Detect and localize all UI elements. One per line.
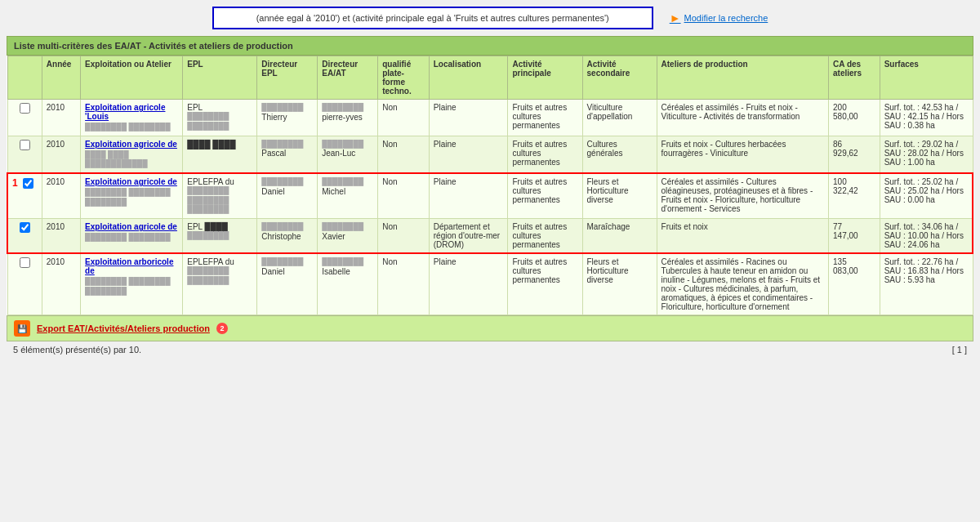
- row-exploit[interactable]: Exploitation arboricole de████████ █████…: [81, 253, 183, 315]
- col-header-qualif: qualifié plate-forme techno.: [378, 56, 430, 100]
- row-act-sec: Cultures générales: [582, 136, 657, 173]
- row-year: 2010: [42, 173, 80, 219]
- search-bar: (année egal à '2010') et (activité princ…: [7, 7, 973, 29]
- row-surfaces: Surf. tot. : 34.06 ha / SAU : 10.00 ha /…: [880, 219, 973, 254]
- row-checkbox[interactable]: [20, 257, 30, 268]
- export-icon: 💾: [14, 320, 30, 337]
- selection-label: 1: [12, 177, 18, 189]
- exploit-link[interactable]: Exploitation agricole 'Louis: [85, 103, 178, 121]
- row-surfaces: Surf. tot. : 25.02 ha / SAU : 25.02 ha /…: [880, 173, 973, 219]
- row-surfaces: Surf. tot. : 42.53 ha / SAU : 42.15 ha /…: [880, 100, 973, 136]
- row-local: Plaine: [429, 253, 508, 315]
- export-badge: 2: [216, 323, 228, 334]
- col-header-surfaces: Surfaces: [880, 56, 973, 100]
- row-act-sec: Fleurs et Horticulture diverse: [582, 253, 657, 315]
- row-ca: 200580,00: [829, 100, 880, 136]
- row-year: 2010: [42, 136, 80, 173]
- table-row: 2010Exploitation agricole de████████ ███…: [7, 219, 973, 254]
- main-table: Année Exploitation ou Atelier EPL Direct…: [7, 56, 973, 315]
- row-qualif: Non: [378, 173, 430, 219]
- row-ca: 77147,00: [829, 219, 880, 254]
- row-epl: ████ ████: [183, 136, 257, 173]
- exploit-sub: ████████ ████████: [85, 233, 178, 243]
- row-dir-epl: ████████Daniel: [257, 253, 318, 315]
- row-year: 2010: [42, 219, 80, 254]
- row-dir-epl: ████████Daniel: [257, 173, 318, 219]
- row-act-princ: Fruits et autres cultures permanentes: [508, 100, 582, 136]
- table-row: 2010Exploitation agricole de████ ████ ██…: [7, 136, 973, 173]
- row-act-princ: Fruits et autres cultures permanentes: [508, 173, 582, 219]
- exploit-link[interactable]: Exploitation agricole de: [85, 140, 178, 149]
- row-exploit[interactable]: Exploitation agricole de████████ ███████…: [81, 219, 183, 254]
- row-exploit[interactable]: Exploitation agricole de████████ ███████…: [81, 173, 183, 219]
- row-checkbox-cell: [7, 253, 42, 315]
- row-checkbox-cell: 1: [7, 173, 42, 219]
- footer-bar: 💾 Export EAT/Activités/Ateliers producti…: [7, 315, 973, 341]
- col-header-dir-epl: Directeur EPL: [257, 56, 318, 100]
- row-act-princ: Fruits et autres cultures permanentes: [508, 253, 582, 315]
- row-epl: EPL ████████████: [183, 219, 257, 254]
- modify-search-link[interactable]: ► Modifier la recherche: [670, 11, 768, 25]
- row-surfaces: Surf. tot. : 29.02 ha / SAU : 28.02 ha /…: [880, 136, 973, 173]
- search-query: (année egal à '2010') et (activité princ…: [212, 7, 653, 29]
- row-checkbox[interactable]: [20, 103, 30, 114]
- exploit-link[interactable]: Exploitation agricole de: [85, 222, 178, 231]
- row-dir-eat: ████████pierre-yves: [318, 100, 378, 136]
- status-bar: 5 élément(s) présenté(s) par 10. [ 1 ]: [7, 341, 973, 358]
- row-checkbox[interactable]: [23, 178, 33, 189]
- col-header-ca: CA des ateliers: [829, 56, 880, 100]
- row-exploit[interactable]: Exploitation agricole 'Louis████████ ███…: [81, 100, 183, 136]
- row-ca: 86929,62: [829, 136, 880, 173]
- row-dir-epl: ████████Christophe: [257, 219, 318, 254]
- row-exploit[interactable]: Exploitation agricole de████ ████ ██████…: [81, 136, 183, 173]
- row-local: Plaine: [429, 173, 508, 219]
- row-dir-epl: ████████Thierry: [257, 100, 318, 136]
- exploit-link[interactable]: Exploitation arboricole de: [85, 257, 178, 275]
- row-ca: 100322,42: [829, 173, 880, 219]
- row-act-princ: Fruits et autres cultures permanentes: [508, 136, 582, 173]
- col-header-act-princ: Activité principale: [508, 56, 582, 100]
- row-dir-eat: ████████Xavier: [318, 219, 378, 254]
- col-header-ateliers: Ateliers de production: [657, 56, 829, 100]
- exploit-link[interactable]: Exploitation agricole de: [85, 177, 178, 186]
- row-qualif: Non: [378, 253, 430, 315]
- row-surfaces: Surf. tot. : 22.76 ha / SAU : 16.83 ha /…: [880, 253, 973, 315]
- row-local: Plaine: [429, 136, 508, 173]
- col-header-act-sec: Activité secondaire: [582, 56, 657, 100]
- row-ateliers: Fruits et noix: [657, 219, 829, 254]
- row-checkbox[interactable]: [20, 140, 30, 150]
- row-act-sec: Viticulture d'appellation: [582, 100, 657, 136]
- row-dir-eat: ████████Isabelle: [318, 253, 378, 315]
- row-checkbox-cell: [7, 136, 42, 173]
- table-row: 2010Exploitation arboricole de████████ █…: [7, 253, 973, 315]
- row-ca: 135083,00: [829, 253, 880, 315]
- page-wrapper: (année egal à '2010') et (activité princ…: [0, 0, 980, 522]
- arrow-icon: ►: [670, 11, 681, 25]
- row-act-sec: Fleurs et Horticulture diverse: [582, 173, 657, 219]
- export-link[interactable]: Export EAT/Activités/Ateliers production: [37, 323, 210, 333]
- col-header-exploit: Exploitation ou Atelier: [81, 56, 183, 100]
- row-ateliers: Céréales et assimilés - Cultures oléagin…: [657, 173, 829, 219]
- row-qualif: Non: [378, 136, 430, 173]
- row-ateliers: Céréales et assimilés - Fruits et noix -…: [657, 100, 829, 136]
- row-dir-eat: ████████Jean-Luc: [318, 136, 378, 173]
- col-header-checkbox: [7, 56, 42, 100]
- row-ateliers: Fruits et noix - Cultures herbacées four…: [657, 136, 829, 173]
- section-title: Liste multi-critères des EA/AT - Activit…: [7, 36, 973, 56]
- elements-count: 5 élément(s) présenté(s) par 10.: [13, 345, 141, 355]
- row-act-sec: Maraîchage: [582, 219, 657, 254]
- col-header-year: Année: [42, 56, 80, 100]
- row-year: 2010: [42, 253, 80, 315]
- page-indicator: [ 1 ]: [952, 345, 967, 355]
- modify-search-label: Modifier la recherche: [684, 13, 768, 23]
- row-checkbox[interactable]: [20, 222, 30, 233]
- col-header-local: Localisation: [429, 56, 508, 100]
- row-epl: EPL████████ ████████: [183, 100, 257, 136]
- row-dir-eat: ████████Michel: [318, 173, 378, 219]
- row-qualif: Non: [378, 219, 430, 254]
- row-year: 2010: [42, 100, 80, 136]
- row-ateliers: Céréales et assimilés - Racines ou Tuber…: [657, 253, 829, 315]
- table-row: 12010Exploitation agricole de████████ ██…: [7, 173, 973, 219]
- row-epl: EPLEFPA du████████ ████████ ████████: [183, 173, 257, 219]
- exploit-sub: ████████ ████████ ████████: [85, 277, 178, 296]
